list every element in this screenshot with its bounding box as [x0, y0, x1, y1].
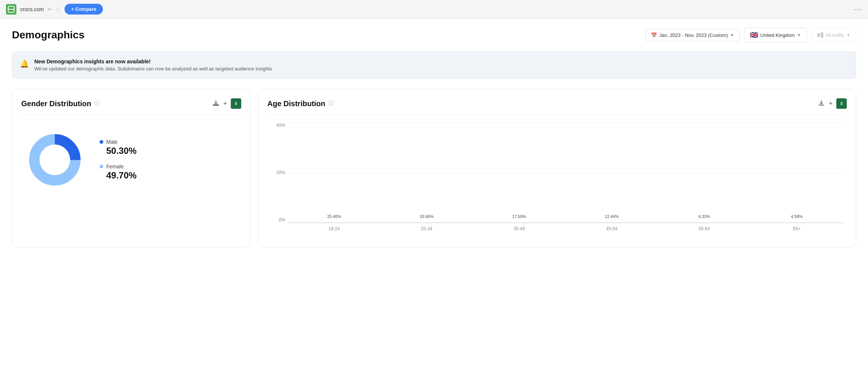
x-label-25-34: 25-34: [380, 224, 473, 234]
bar-value-label-35-44: 17.59%: [512, 214, 526, 219]
male-dot: [100, 140, 103, 144]
traffic-dropdown-arrow: ▼: [846, 33, 850, 37]
notification-headline: New Demographics insights are now availa…: [34, 58, 272, 64]
age-chart-container: 40% 20% 0% 25.40%33.66%17.59%12.44%6.33%…: [267, 123, 847, 238]
age-add-button[interactable]: +: [828, 100, 833, 108]
calendar-icon: 📅: [651, 32, 657, 38]
svg-rect-5: [213, 105, 218, 105]
female-legend-item: Female 49.70%: [100, 164, 136, 181]
age-excel-icon-label: X: [840, 102, 843, 106]
gender-add-button[interactable]: +: [223, 100, 227, 108]
svg-rect-9: [819, 105, 824, 105]
x-label-55-64: 55-64: [658, 224, 751, 234]
x-label-65plus: 65+: [751, 224, 843, 234]
page-title: Demographics: [12, 29, 85, 41]
gender-distribution-card: Gender Distribution ⓘ + X: [12, 89, 251, 247]
notification-content: New Demographics insights are now availa…: [34, 58, 272, 72]
svg-rect-1: [9, 7, 14, 9]
traffic-picker[interactable]: All traffic ▼: [811, 28, 856, 42]
bar-value-label-55-64: 6.33%: [698, 214, 710, 219]
svg-rect-3: [817, 33, 820, 37]
age-card-title: Age Distribution: [267, 99, 326, 108]
edit-icon[interactable]: ✏: [48, 6, 52, 12]
female-label-row: Female: [100, 164, 136, 170]
star-icon[interactable]: ☆: [56, 6, 61, 12]
age-title-row: Age Distribution ⓘ: [267, 99, 334, 108]
bar-value-label-65plus: 4.58%: [791, 214, 802, 219]
female-value: 49.70%: [106, 170, 136, 181]
browser-bar: crocs.com ✏ ☆ + Compare ···: [0, 0, 868, 19]
gender-info-icon[interactable]: ⓘ: [94, 100, 100, 107]
cards-row: Gender Distribution ⓘ + X: [12, 89, 856, 247]
svg-rect-4: [821, 32, 823, 38]
age-info-icon[interactable]: ⓘ: [328, 100, 334, 107]
age-excel-button[interactable]: X: [836, 98, 847, 109]
site-favicon: [6, 4, 16, 15]
age-bar-chart: 40% 20% 0% 25.40%33.66%17.59%12.44%6.33%…: [271, 123, 843, 234]
country-picker[interactable]: 🇬🇧 United Kingdom ▼: [744, 28, 806, 42]
compare-button[interactable]: + Compare: [65, 4, 103, 15]
age-card-actions: + X: [818, 98, 847, 109]
gender-chart-content: Male 50.30% Female 49.70%: [21, 123, 241, 197]
gender-card-header: Gender Distribution ⓘ + X: [21, 98, 241, 115]
svg-point-8: [40, 145, 70, 175]
male-value: 50.30%: [106, 146, 136, 156]
y-axis-labels: 40% 20% 0%: [271, 123, 285, 223]
notification-banner: 🔔 New Demographics insights are now avai…: [12, 51, 856, 79]
x-label-18-24: 18-24: [288, 224, 380, 234]
traffic-label: All traffic: [826, 32, 845, 38]
bar-value-label-45-54: 12.44%: [605, 214, 619, 219]
site-name-label: crocs.com: [20, 6, 44, 12]
main-content: Demographics 📅 Jan, 2023 - Nov, 2023 (Cu…: [0, 19, 868, 256]
male-label-row: Male: [100, 139, 136, 145]
notification-body: We've updated our demographic data. Subd…: [34, 66, 272, 72]
bar-value-label-25-34: 33.66%: [420, 214, 434, 219]
age-distribution-card: Age Distribution ⓘ + X 40%: [258, 89, 856, 247]
bell-icon: 🔔: [20, 59, 29, 68]
country-label: United Kingdom: [760, 32, 795, 38]
gender-excel-button[interactable]: X: [231, 98, 241, 109]
x-label-35-44: 35-44: [473, 224, 565, 234]
female-dot: [100, 165, 103, 168]
female-label: Female: [106, 164, 124, 170]
gender-donut-chart: [25, 130, 85, 190]
date-range-picker[interactable]: 📅 Jan, 2023 - Nov, 2023 (Custom) ▼: [645, 29, 740, 41]
age-download-button[interactable]: [818, 99, 825, 108]
svg-rect-2: [9, 10, 14, 12]
date-range-label: Jan, 2023 - Nov, 2023 (Custom): [659, 32, 728, 38]
page-header: Demographics 📅 Jan, 2023 - Nov, 2023 (Cu…: [12, 28, 856, 42]
male-label: Male: [106, 139, 117, 145]
excel-icon-label: X: [235, 102, 238, 106]
y-label-40: 40%: [271, 123, 285, 128]
bar-value-label-18-24: 25.40%: [327, 214, 341, 219]
uk-flag-icon: 🇬🇧: [750, 31, 758, 39]
gender-legend: Male 50.30% Female 49.70%: [100, 139, 136, 181]
traffic-icon: [817, 32, 824, 38]
header-controls: 📅 Jan, 2023 - Nov, 2023 (Custom) ▼ 🇬🇧 Un…: [645, 28, 856, 42]
gender-title-row: Gender Distribution ⓘ: [21, 99, 100, 108]
x-axis-labels: 18-2425-3435-4445-5455-6465+: [288, 224, 843, 234]
chart-bars-area: 25.40%33.66%17.59%12.44%6.33%4.58%: [288, 123, 843, 223]
male-legend-item: Male 50.30%: [100, 139, 136, 156]
gender-card-title: Gender Distribution: [21, 99, 91, 108]
gender-card-actions: + X: [213, 98, 241, 109]
date-dropdown-arrow: ▼: [730, 33, 734, 37]
country-dropdown-arrow: ▼: [797, 33, 801, 37]
y-label-20: 20%: [271, 170, 285, 175]
age-card-header: Age Distribution ⓘ + X: [267, 98, 847, 115]
gender-download-button[interactable]: [213, 99, 219, 108]
more-options-icon[interactable]: ···: [853, 5, 862, 13]
y-label-0: 0%: [271, 217, 285, 223]
x-label-45-54: 45-54: [566, 224, 658, 234]
